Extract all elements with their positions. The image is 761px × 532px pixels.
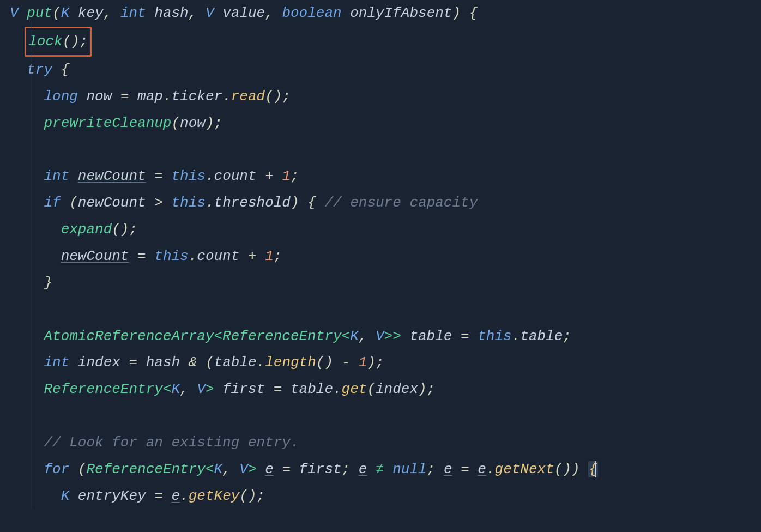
token-call: expand — [61, 221, 112, 238]
code-line-blank — [10, 136, 761, 163]
code-line: try { — [10, 57, 761, 83]
token-null: null — [392, 461, 426, 477]
token-this: this — [172, 195, 206, 211]
code-line: int index = hash & (table.length() - 1); — [10, 349, 761, 376]
code-line: preWriteCleanup(now); — [10, 110, 761, 137]
token-this: this — [478, 328, 511, 344]
token-comment: // Look for an existing entry. — [44, 434, 299, 451]
code-line: lock(); — [10, 27, 761, 57]
token-type: K — [61, 5, 70, 21]
token-call: preWriteCleanup — [44, 115, 171, 131]
token-class: ReferenceEntry — [222, 328, 341, 344]
code-line: K entryKey = e.getKey(); — [10, 483, 761, 510]
token-number: 1 — [359, 354, 367, 371]
token-call: read — [231, 88, 265, 105]
token-type: int — [44, 168, 69, 184]
code-line: ReferenceEntry<K, V> first = table.get(i… — [10, 376, 761, 403]
token-call: lock — [28, 33, 62, 50]
code-line: } — [10, 270, 761, 297]
code-line: // Look for an existing entry. — [10, 430, 761, 456]
code-line: V put(K key, int hash, V value, boolean … — [10, 0, 761, 27]
code-line: long now = map.ticker.read(); — [10, 83, 761, 110]
token-class: ReferenceEntry — [44, 381, 162, 397]
code-editor[interactable]: V put(K key, int hash, V value, boolean … — [0, 0, 761, 510]
token-this: this — [154, 248, 188, 264]
code-line-blank — [10, 403, 761, 430]
highlight-box: lock(); — [25, 27, 92, 57]
code-line: newCount = this.count + 1; — [10, 243, 761, 270]
token-type: int — [120, 5, 146, 21]
text-cursor — [595, 461, 596, 477]
code-line: int newCount = this.count + 1; — [10, 163, 761, 190]
token-class: ReferenceEntry — [86, 461, 205, 477]
token-call: get — [342, 381, 367, 397]
token-type: long — [44, 88, 77, 105]
token-type: V — [10, 5, 19, 21]
code-line-blank — [10, 297, 761, 323]
token-keyword: for — [44, 461, 69, 477]
token-class: AtomicReferenceArray — [44, 328, 214, 344]
token-method: put — [27, 5, 52, 21]
code-line: expand(); — [10, 216, 761, 243]
token-type: int — [44, 354, 69, 371]
token-this: this — [172, 168, 206, 184]
token-type: V — [206, 5, 214, 21]
token-keyword: if — [44, 195, 61, 211]
token-call: getNext — [495, 461, 554, 477]
token-type: boolean — [282, 5, 341, 21]
code-line: AtomicReferenceArray<ReferenceEntry<K, V… — [10, 323, 761, 350]
indent-guide — [31, 21, 31, 510]
token-number: 1 — [282, 168, 291, 184]
token-type: K — [61, 488, 70, 504]
token-comment: // ensure capacity — [324, 195, 478, 211]
code-line: if (newCount > this.threshold) { // ensu… — [10, 190, 761, 216]
token-call: getKey — [189, 488, 240, 504]
token-number: 1 — [265, 248, 274, 264]
token-call: length — [265, 354, 316, 371]
brace-match: { — [588, 461, 598, 477]
code-line: for (ReferenceEntry<K, V> e = first; e ≠… — [10, 456, 761, 483]
